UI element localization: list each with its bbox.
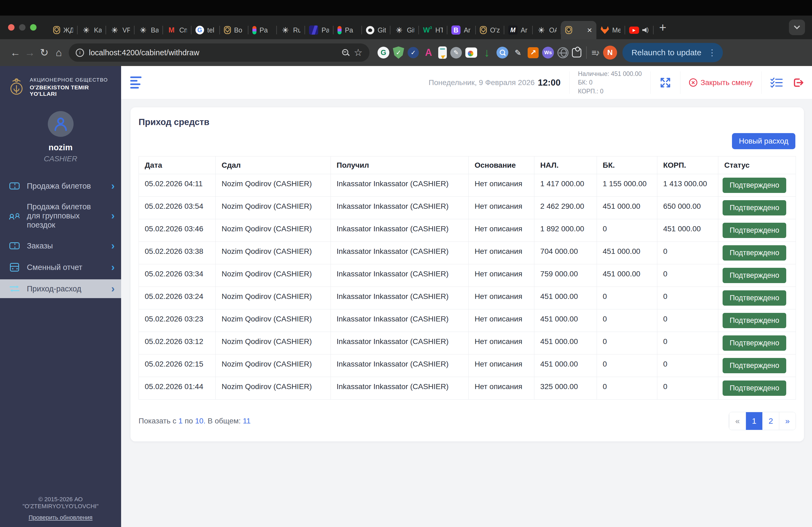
sidebar-menu-item[interactable]: Продажа билетов — [0, 177, 121, 195]
site-info-icon[interactable] — [76, 48, 84, 57]
cell-corporate: 0 — [657, 242, 718, 264]
extension-icon[interactable] — [438, 46, 447, 59]
sidebar-toggle-icon[interactable] — [130, 76, 142, 89]
extension-icon[interactable]: ↗ — [528, 47, 539, 58]
browser-tab[interactable]: Pa — [305, 21, 333, 39]
sidebar-menu-item[interactable]: Продажа билетов для групповых поездок — [0, 198, 121, 234]
sidebar-menu-item[interactable]: Заказы — [0, 236, 121, 255]
browser-tab[interactable]: Bo — [220, 21, 248, 39]
browser-tab[interactable]: Pa — [248, 21, 277, 39]
tab-title: Pa — [260, 26, 268, 34]
status-badge[interactable]: Подтверждено — [723, 290, 786, 306]
tab-title: Ka — [94, 26, 102, 34]
extension-icon[interactable]: G — [378, 47, 389, 59]
pagination-button[interactable]: 2 — [762, 412, 779, 430]
bookmark-star-icon[interactable] — [354, 47, 362, 58]
browser-tab[interactable]: Ba — [134, 21, 163, 39]
extension-icon[interactable]: ✎ — [512, 46, 524, 59]
sidebar-menu-item[interactable]: Сменный отчет — [0, 258, 121, 277]
new-tab-button[interactable]: + — [659, 21, 666, 33]
window-zoom-button[interactable] — [30, 24, 37, 31]
table-row: 05.02.2026 03:23 Nozim Qodirov (CASHIER)… — [139, 310, 796, 332]
window-close-button[interactable] — [8, 24, 14, 31]
extension-icon[interactable]: ✓ — [408, 47, 419, 58]
cell-from: Nozim Qodirov (CASHIER) — [216, 287, 331, 310]
browser-tab[interactable]: Ru — [277, 21, 305, 39]
browser-tab[interactable]: tel — [191, 21, 220, 39]
sidebar-menu-item[interactable]: Приход-расход — [0, 279, 121, 298]
back-icon[interactable]: ← — [8, 45, 23, 60]
new-expense-button[interactable]: Новый расход — [732, 133, 795, 149]
status-badge[interactable]: Подтверждено — [723, 358, 786, 373]
extension-icon[interactable]: Ws — [542, 47, 554, 59]
extension-icon[interactable] — [557, 47, 568, 58]
window-minimize-button[interactable] — [19, 24, 26, 31]
fullscreen-button[interactable] — [659, 76, 671, 89]
forward-icon[interactable]: → — [23, 45, 37, 60]
browser-tab[interactable]: Ka — [77, 21, 106, 39]
browser-tab[interactable] — [625, 21, 653, 39]
menu-item-label: Продажа билетов — [27, 181, 105, 191]
extension-icon[interactable]: ✎ — [450, 47, 462, 59]
extension-icon[interactable] — [496, 47, 508, 59]
status-badge[interactable]: Подтверждено — [723, 268, 786, 283]
main-content: Приход средств Новый расход Дата Сдал По… — [121, 99, 812, 527]
pagination-button[interactable]: « — [729, 412, 746, 430]
tab-title: HT — [435, 26, 443, 34]
cell-reason: Нет описания — [468, 174, 534, 197]
browser-tab[interactable]: Pa — [333, 21, 362, 39]
extension-icon[interactable] — [465, 47, 477, 58]
tab-overflow-chevron-icon[interactable] — [789, 19, 805, 35]
browser-tab[interactable]: Ar — [504, 21, 533, 39]
app-header: Понедельник, 9 Февраля 2026 12:00 Наличн… — [121, 66, 812, 99]
browser-toolbar: ← → ↻ ⌂ localhost:4200/cabinet/withdraw … — [0, 39, 812, 66]
extension-icon[interactable]: A — [422, 46, 435, 59]
logout-button[interactable] — [792, 77, 804, 89]
url-text[interactable]: localhost:4200/cabinet/withdraw — [89, 48, 337, 57]
pagination-button[interactable]: 1 — [746, 412, 762, 430]
browser-tab[interactable] — [561, 21, 596, 39]
browser-tab[interactable]: Ar — [447, 21, 476, 39]
browser-tab[interactable]: Сп — [163, 21, 191, 39]
status-badge[interactable]: Подтверждено — [723, 335, 786, 351]
tab-favicon — [366, 26, 374, 34]
browser-tab[interactable]: HT — [419, 21, 447, 39]
cell-date: 05.02.2026 03:38 — [139, 242, 216, 264]
status-badge[interactable]: Подтверждено — [723, 178, 786, 193]
relaunch-to-update-button[interactable]: Relaunch to update — [622, 43, 723, 62]
tab-audio-icon[interactable] — [642, 27, 649, 33]
reload-icon[interactable]: ↻ — [37, 45, 52, 60]
status-badge[interactable]: Подтверждено — [723, 313, 786, 328]
browser-tab[interactable]: O'z — [476, 21, 504, 39]
extension-icon[interactable]: ↓ — [481, 46, 493, 59]
sidebar-menu: Продажа билетов Продажа билетов для груп… — [0, 177, 121, 496]
extension-icon[interactable]: ✓ — [393, 46, 404, 59]
close-shift-button[interactable]: Закрыть смену — [689, 78, 753, 87]
cell-bank-card: 0 — [597, 287, 657, 310]
tab-close-icon[interactable] — [587, 26, 592, 34]
status-badge[interactable]: Подтверждено — [723, 223, 786, 238]
summary-total-link[interactable]: 11 — [243, 417, 250, 425]
pagination-button[interactable]: » — [779, 412, 796, 430]
profile-avatar[interactable]: N — [603, 46, 617, 60]
status-badge[interactable]: Подтверждено — [723, 200, 786, 215]
status-badge[interactable]: Подтверждено — [723, 380, 786, 396]
address-bar[interactable]: localhost:4200/cabinet/withdraw — [69, 44, 369, 62]
summary-from-link[interactable]: 1 — [178, 417, 183, 425]
browser-tab[interactable]: Git — [390, 21, 419, 39]
browser-tab[interactable]: Git — [362, 21, 390, 39]
browser-tab[interactable]: OA — [533, 21, 561, 39]
media-playlist-icon[interactable] — [592, 48, 599, 58]
table-summary: Показать с 1 по 10. В общем: 11 — [139, 417, 250, 425]
browser-tab[interactable]: Me — [596, 21, 625, 39]
zoom-level-icon[interactable] — [342, 49, 349, 56]
summary-to-link[interactable]: 10. — [195, 417, 205, 425]
home-icon[interactable]: ⌂ — [52, 45, 66, 60]
extension-icon[interactable] — [572, 48, 581, 57]
check-updates-link[interactable]: Проверить обновления — [29, 514, 93, 521]
shift-report-button[interactable] — [770, 77, 783, 88]
browser-menu-dots-icon[interactable] — [708, 47, 716, 58]
status-badge[interactable]: Подтверждено — [723, 245, 786, 260]
browser-tab[interactable]: ЖД — [49, 21, 77, 39]
browser-tab[interactable]: VP — [106, 21, 134, 39]
